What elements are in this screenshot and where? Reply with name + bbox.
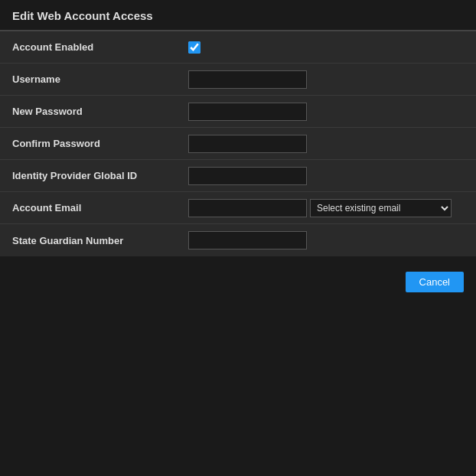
state-guardian-label: State Guardian Number (12, 235, 188, 246)
footer: Cancel (0, 259, 476, 305)
confirm-password-row: Confirm Password (0, 128, 476, 160)
cancel-button[interactable]: Cancel (406, 272, 464, 292)
form-container: Account Enabled Username New Password Co… (0, 31, 476, 256)
identity-provider-input[interactable] (188, 167, 307, 185)
account-email-input[interactable] (188, 199, 307, 217)
account-enabled-label: Account Enabled (12, 41, 188, 53)
identity-provider-label: Identity Provider Global ID (12, 170, 188, 181)
account-email-inputs: Select existing email (188, 199, 452, 217)
confirm-password-input[interactable] (188, 135, 307, 153)
new-password-label: New Password (12, 106, 188, 117)
account-enabled-checkbox[interactable] (188, 41, 201, 54)
username-input[interactable] (188, 70, 307, 89)
account-email-row: Account Email Select existing email (0, 192, 476, 224)
state-guardian-input[interactable] (188, 231, 307, 249)
state-guardian-row: State Guardian Number (0, 224, 476, 256)
new-password-input[interactable] (188, 103, 307, 121)
page-title: Edit Web Account Access (0, 0, 476, 31)
new-password-row: New Password (0, 96, 476, 128)
confirm-password-label: Confirm Password (12, 138, 188, 149)
account-enabled-row: Account Enabled (0, 31, 476, 64)
username-label: Username (12, 73, 188, 85)
select-existing-email-dropdown[interactable]: Select existing email (310, 199, 452, 217)
account-email-label: Account Email (12, 202, 188, 214)
identity-provider-row: Identity Provider Global ID (0, 160, 476, 192)
username-row: Username (0, 64, 476, 96)
page-container: Edit Web Account Access Account Enabled … (0, 0, 476, 476)
